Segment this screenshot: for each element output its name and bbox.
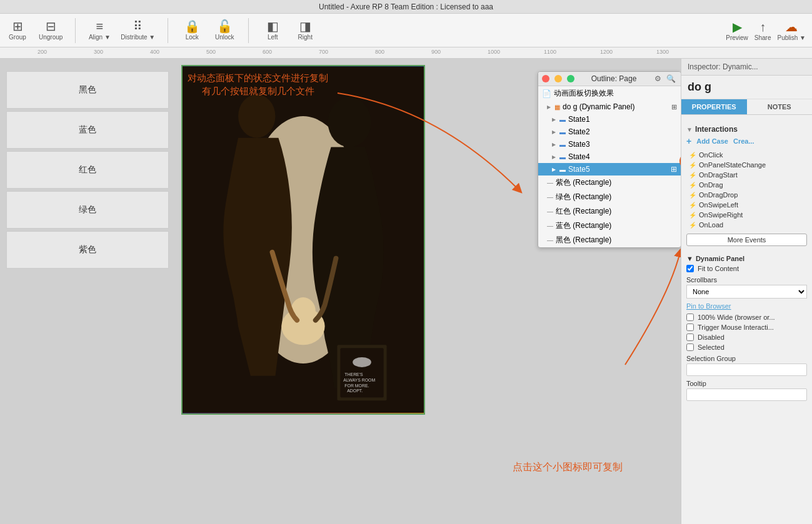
page-icon: 📄: [542, 89, 551, 98]
align-icon: ≡: [96, 20, 104, 32]
svg-text:ALWAYS ROOM: ALWAYS ROOM: [343, 378, 375, 382]
outline-item-s4[interactable]: ▶ ▬ State4: [538, 151, 681, 163]
svg-point-8: [353, 357, 371, 367]
outline-item-s5-row: ▶ ▬ State5 ⊞ Duplicate State: [538, 163, 681, 175]
create-link[interactable]: Crea...: [733, 137, 754, 145]
event-onpanelstatechange[interactable]: ⚡ OnPanelStateChange: [686, 160, 807, 170]
event-icon-1: ⚡: [689, 152, 696, 159]
outline-item-page[interactable]: 📄 动画面板切换效果: [538, 86, 681, 101]
event-icon-6: ⚡: [689, 202, 696, 209]
distribute-button[interactable]: ⠿ Distribute ▼: [121, 20, 155, 41]
event-ondragstart[interactable]: ⚡ OnDragStart: [686, 170, 807, 180]
trigger-mouse-row: Trigger Mouse Interacti...: [686, 324, 807, 331]
event-icon-5: ⚡: [689, 192, 696, 199]
outline-item-page-label: 动画面板切换效果: [554, 88, 614, 99]
pin-to-browser-link[interactable]: Pin to Browser: [686, 302, 807, 310]
tab-properties[interactable]: PROPERTIES: [681, 99, 747, 114]
left-button[interactable]: ◧ Left: [261, 20, 284, 41]
right-icon: ◨: [299, 20, 311, 32]
unlock-button[interactable]: 🔓 Unlock: [213, 20, 236, 41]
event-icon-7: ⚡: [689, 212, 696, 219]
ruler: 200 300 400 500 600 700 800 900 1000 110…: [0, 47, 812, 59]
trigger-mouse-checkbox[interactable]: [686, 324, 694, 331]
lock-button[interactable]: 🔒 Lock: [181, 20, 203, 41]
group-button[interactable]: ⊞ Group: [6, 20, 29, 41]
event-ondragdrop[interactable]: ⚡ OnDragDrop: [686, 190, 807, 200]
color-btn-blue[interactable]: 蓝色: [6, 111, 169, 149]
outline-item-s3[interactable]: ▶ ▬ State3: [538, 138, 681, 151]
color-btn-green[interactable]: 绿色: [6, 191, 169, 229]
inspector-body: ▼ Interactions + Add Case Crea... ⚡ OnCl…: [681, 115, 812, 524]
outline-item-s1-label: State1: [568, 115, 590, 124]
svg-point-2: [238, 94, 275, 137]
interactions-toggle[interactable]: ▼: [686, 126, 693, 133]
outline-search-icon[interactable]: 🔍: [665, 74, 677, 83]
tooltip-input[interactable]: [686, 388, 807, 401]
add-icon: +: [686, 136, 691, 146]
more-events-button[interactable]: More Events: [686, 234, 807, 246]
fit-to-content-checkbox[interactable]: [686, 265, 694, 272]
disabled-checkbox[interactable]: [686, 334, 694, 341]
outline-minimize-btn[interactable]: [554, 75, 562, 82]
preview-button[interactable]: ▶ Preview: [726, 19, 748, 41]
tab-notes[interactable]: NOTES: [747, 99, 813, 114]
outline-filter-icon[interactable]: ⚙: [653, 74, 663, 83]
share-button[interactable]: ↑ Share: [754, 20, 771, 41]
event-onclick[interactable]: ⚡ OnClick: [686, 150, 807, 160]
event-onswipeleft[interactable]: ⚡ OnSwipeLeft: [686, 200, 807, 210]
selected-checkbox[interactable]: [686, 344, 694, 351]
event-label-8: OnLoad: [699, 221, 723, 229]
distribute-icon: ⠿: [133, 20, 143, 32]
outline-item-r5[interactable]: — 黑色 (Rectangle): [538, 233, 681, 247]
outline-item-s1[interactable]: ▶ ▬ State1: [538, 113, 681, 126]
s2-expand-icon: ▶: [552, 129, 556, 135]
outline-item-r2[interactable]: — 绿色 (Rectangle): [538, 190, 681, 204]
outline-item-dp[interactable]: ▶ ▦ do g (Dynamic Panel) ⊞: [538, 101, 681, 113]
publish-button[interactable]: ☁ Publish ▼: [778, 19, 806, 41]
color-btn-purple[interactable]: 紫色: [6, 231, 169, 269]
color-btn-black[interactable]: 黑色: [6, 71, 169, 109]
event-icon-2: ⚡: [689, 162, 696, 169]
lock-icon: 🔒: [184, 20, 200, 32]
outline-item-s2[interactable]: ▶ ▬ State2: [538, 126, 681, 138]
add-case-link[interactable]: Add Case: [696, 137, 728, 145]
outline-close-btn[interactable]: [542, 75, 549, 82]
svg-point-3: [328, 97, 371, 147]
svg-text:ADOPT.: ADOPT.: [347, 388, 363, 393]
outline-item-r4[interactable]: — 蓝色 (Rectangle): [538, 219, 681, 233]
inspector-header: Inspector: Dynamic...: [681, 59, 812, 76]
event-ondrag[interactable]: ⚡ OnDrag: [686, 180, 807, 190]
scrollbars-select[interactable]: None: [686, 285, 807, 299]
outline-maximize-btn[interactable]: [567, 75, 574, 82]
left-icon: ◧: [267, 20, 279, 32]
title-text: Untitled - Axure RP 8 Team Edition : Lic…: [319, 2, 493, 11]
ungroup-button[interactable]: ⊟ Ungroup: [39, 20, 63, 41]
dp-section-label: Dynamic Panel: [696, 255, 744, 262]
wide-checkbox[interactable]: [686, 314, 694, 321]
selection-group-input[interactable]: [686, 363, 807, 376]
outline-item-s5-label: State5: [568, 165, 590, 174]
s5-copy-icon[interactable]: ⊞: [671, 165, 677, 174]
color-btn-red[interactable]: 红色: [6, 151, 169, 189]
event-onload[interactable]: ⚡ OnLoad: [686, 220, 807, 230]
canvas-area[interactable]: 黑色 蓝色 红色 绿色 紫色: [0, 59, 681, 524]
scrollbars-label: Scrollbars: [686, 276, 807, 284]
wide-label: 100% Wide (browser or...: [698, 314, 775, 321]
align-button[interactable]: ≡ Align ▼: [88, 20, 111, 41]
r1-icon: —: [547, 179, 553, 186]
event-onswiperight[interactable]: ⚡ OnSwipeRight: [686, 210, 807, 220]
outline-item-s2-label: State2: [568, 127, 590, 136]
right-button[interactable]: ◨ Right: [294, 20, 316, 41]
toolbar-sep-3: [248, 18, 249, 43]
dp-section-toggle[interactable]: ▼: [686, 255, 693, 262]
outline-item-s5[interactable]: ▶ ▬ State5 ⊞: [538, 163, 681, 175]
s1-icon: ▬: [559, 116, 566, 123]
s4-icon: ▬: [559, 154, 566, 161]
left-label: Left: [268, 34, 278, 41]
outline-item-r2-label: 绿色 (Rectangle): [556, 192, 611, 202]
outline-item-r3[interactable]: — 红色 (Rectangle): [538, 204, 681, 219]
outline-item-r1[interactable]: — 紫色 (Rectangle): [538, 175, 681, 190]
annotation-bottom-text: 点击这个小图标即可复制: [513, 462, 623, 472]
s3-expand-icon: ▶: [552, 142, 556, 147]
fit-to-content-label: Fit to Content: [698, 265, 739, 272]
